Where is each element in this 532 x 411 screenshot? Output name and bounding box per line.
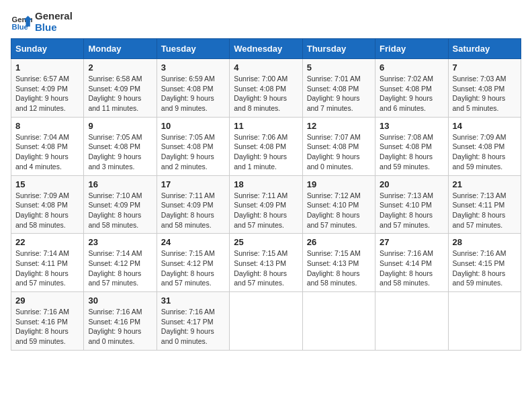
calendar-day-cell: 30 Sunrise: 7:16 AM Sunset: 4:16 PM Dayl… — [84, 292, 157, 351]
day-info: Sunrise: 7:15 AM Sunset: 4:13 PM Dayligh… — [234, 248, 298, 288]
calendar-week-row: 15 Sunrise: 7:09 AM Sunset: 4:08 PM Dayl… — [11, 175, 521, 234]
day-number: 11 — [234, 121, 298, 131]
day-info: Sunrise: 7:11 AM Sunset: 4:09 PM Dayligh… — [234, 191, 298, 230]
logo-general: General — [35, 11, 73, 22]
day-number: 31 — [161, 295, 225, 306]
day-info: Sunrise: 7:07 AM Sunset: 4:08 PM Dayligh… — [307, 132, 371, 172]
calendar-day-cell: 29 Sunrise: 7:16 AM Sunset: 4:16 PM Dayl… — [11, 292, 84, 351]
calendar-day-cell: 16 Sunrise: 7:10 AM Sunset: 4:09 PM Dayl… — [84, 175, 157, 234]
calendar-week-row: 29 Sunrise: 7:16 AM Sunset: 4:16 PM Dayl… — [11, 292, 521, 351]
day-info: Sunrise: 7:03 AM Sunset: 4:08 PM Dayligh… — [453, 74, 517, 113]
logo-blue: Blue — [35, 22, 73, 34]
day-info: Sunrise: 7:13 AM Sunset: 4:11 PM Dayligh… — [453, 191, 517, 230]
day-number: 8 — [15, 121, 79, 131]
day-info: Sunrise: 7:11 AM Sunset: 4:09 PM Dayligh… — [161, 191, 225, 230]
calendar-day-cell: 17 Sunrise: 7:11 AM Sunset: 4:09 PM Dayl… — [157, 175, 229, 234]
day-info: Sunrise: 7:09 AM Sunset: 4:08 PM Dayligh… — [453, 132, 517, 172]
calendar-day-cell: 28 Sunrise: 7:16 AM Sunset: 4:15 PM Dayl… — [448, 234, 521, 292]
day-info: Sunrise: 7:08 AM Sunset: 4:08 PM Dayligh… — [380, 132, 443, 172]
day-number: 23 — [88, 237, 152, 247]
day-info: Sunrise: 7:06 AM Sunset: 4:08 PM Dayligh… — [234, 132, 298, 172]
day-number: 25 — [234, 237, 298, 247]
day-number: 29 — [15, 295, 79, 306]
day-info: Sunrise: 7:16 AM Sunset: 4:14 PM Dayligh… — [380, 248, 443, 288]
weekday-header: Saturday — [448, 39, 521, 59]
calendar-day-cell: 26 Sunrise: 7:15 AM Sunset: 4:13 PM Dayl… — [302, 234, 375, 292]
day-info: Sunrise: 7:16 AM Sunset: 4:16 PM Dayligh… — [88, 307, 152, 347]
day-info: Sunrise: 6:57 AM Sunset: 4:09 PM Dayligh… — [15, 74, 79, 113]
day-number: 15 — [15, 179, 79, 189]
calendar-day-cell: 31 Sunrise: 7:16 AM Sunset: 4:17 PM Dayl… — [157, 292, 229, 351]
logo-icon: General Blue — [11, 11, 32, 33]
day-info: Sunrise: 7:14 AM Sunset: 4:11 PM Dayligh… — [15, 248, 79, 288]
day-info: Sunrise: 7:16 AM Sunset: 4:16 PM Dayligh… — [15, 307, 79, 347]
day-info: Sunrise: 7:13 AM Sunset: 4:10 PM Dayligh… — [380, 191, 443, 230]
weekday-header: Monday — [84, 39, 157, 59]
day-number: 6 — [380, 62, 443, 73]
calendar-day-cell — [230, 292, 302, 351]
day-number: 2 — [88, 62, 152, 73]
day-info: Sunrise: 7:12 AM Sunset: 4:10 PM Dayligh… — [307, 191, 371, 230]
weekday-header: Sunday — [11, 39, 84, 59]
svg-text:Blue: Blue — [12, 23, 28, 31]
calendar-day-cell — [448, 292, 521, 351]
day-info: Sunrise: 7:01 AM Sunset: 4:08 PM Dayligh… — [307, 74, 371, 113]
day-number: 5 — [307, 62, 371, 73]
calendar-day-cell — [302, 292, 375, 351]
day-number: 17 — [161, 179, 225, 189]
calendar-day-cell: 14 Sunrise: 7:09 AM Sunset: 4:08 PM Dayl… — [448, 117, 521, 175]
day-number: 21 — [453, 179, 517, 189]
day-info: Sunrise: 6:58 AM Sunset: 4:09 PM Dayligh… — [88, 74, 152, 113]
page-header: General Blue General Blue — [11, 11, 521, 33]
day-number: 18 — [234, 179, 298, 189]
calendar-day-cell: 23 Sunrise: 7:14 AM Sunset: 4:12 PM Dayl… — [84, 234, 157, 292]
day-number: 22 — [15, 237, 79, 247]
calendar-day-cell: 24 Sunrise: 7:15 AM Sunset: 4:12 PM Dayl… — [157, 234, 229, 292]
day-number: 27 — [380, 237, 443, 247]
calendar-day-cell: 21 Sunrise: 7:13 AM Sunset: 4:11 PM Dayl… — [448, 175, 521, 234]
calendar-day-cell: 1 Sunrise: 6:57 AM Sunset: 4:09 PM Dayli… — [11, 59, 84, 118]
calendar-day-cell: 11 Sunrise: 7:06 AM Sunset: 4:08 PM Dayl… — [230, 117, 302, 175]
day-number: 24 — [161, 237, 225, 247]
calendar-week-row: 8 Sunrise: 7:04 AM Sunset: 4:08 PM Dayli… — [11, 117, 521, 175]
day-info: Sunrise: 7:15 AM Sunset: 4:12 PM Dayligh… — [161, 248, 225, 288]
day-info: Sunrise: 7:16 AM Sunset: 4:15 PM Dayligh… — [453, 248, 517, 288]
day-info: Sunrise: 7:15 AM Sunset: 4:13 PM Dayligh… — [307, 248, 371, 288]
weekday-header: Friday — [375, 39, 448, 59]
calendar-day-cell: 13 Sunrise: 7:08 AM Sunset: 4:08 PM Dayl… — [375, 117, 448, 175]
day-number: 19 — [307, 179, 371, 189]
day-info: Sunrise: 6:59 AM Sunset: 4:08 PM Dayligh… — [161, 74, 225, 113]
day-info: Sunrise: 7:02 AM Sunset: 4:08 PM Dayligh… — [380, 74, 443, 113]
calendar-day-cell: 12 Sunrise: 7:07 AM Sunset: 4:08 PM Dayl… — [302, 117, 375, 175]
calendar-day-cell: 27 Sunrise: 7:16 AM Sunset: 4:14 PM Dayl… — [375, 234, 448, 292]
logo: General Blue General Blue — [11, 11, 73, 33]
day-info: Sunrise: 7:05 AM Sunset: 4:08 PM Dayligh… — [161, 132, 225, 172]
day-number: 9 — [88, 121, 152, 131]
calendar-week-row: 22 Sunrise: 7:14 AM Sunset: 4:11 PM Dayl… — [11, 234, 521, 292]
calendar-day-cell: 3 Sunrise: 6:59 AM Sunset: 4:08 PM Dayli… — [157, 59, 229, 118]
calendar-week-row: 1 Sunrise: 6:57 AM Sunset: 4:09 PM Dayli… — [11, 59, 521, 118]
day-number: 12 — [307, 121, 371, 131]
calendar-day-cell: 18 Sunrise: 7:11 AM Sunset: 4:09 PM Dayl… — [230, 175, 302, 234]
day-info: Sunrise: 7:14 AM Sunset: 4:12 PM Dayligh… — [88, 248, 152, 288]
calendar-day-cell: 8 Sunrise: 7:04 AM Sunset: 4:08 PM Dayli… — [11, 117, 84, 175]
day-number: 4 — [234, 62, 298, 73]
calendar-day-cell — [375, 292, 448, 351]
calendar-day-cell: 22 Sunrise: 7:14 AM Sunset: 4:11 PM Dayl… — [11, 234, 84, 292]
calendar-day-cell: 10 Sunrise: 7:05 AM Sunset: 4:08 PM Dayl… — [157, 117, 229, 175]
day-info: Sunrise: 7:05 AM Sunset: 4:08 PM Dayligh… — [88, 132, 152, 172]
day-number: 13 — [380, 121, 443, 131]
day-number: 20 — [380, 179, 443, 189]
day-number: 10 — [161, 121, 225, 131]
day-info: Sunrise: 7:09 AM Sunset: 4:08 PM Dayligh… — [15, 191, 79, 230]
day-info: Sunrise: 7:10 AM Sunset: 4:09 PM Dayligh… — [88, 191, 152, 230]
day-number: 3 — [161, 62, 225, 73]
day-number: 16 — [88, 179, 152, 189]
day-number: 28 — [453, 237, 517, 247]
calendar-table: SundayMondayTuesdayWednesdayThursdayFrid… — [11, 38, 521, 351]
calendar-day-cell: 25 Sunrise: 7:15 AM Sunset: 4:13 PM Dayl… — [230, 234, 302, 292]
weekday-header: Thursday — [302, 39, 375, 59]
weekday-header: Wednesday — [230, 39, 302, 59]
day-number: 7 — [453, 62, 517, 73]
calendar-day-cell: 5 Sunrise: 7:01 AM Sunset: 4:08 PM Dayli… — [302, 59, 375, 118]
